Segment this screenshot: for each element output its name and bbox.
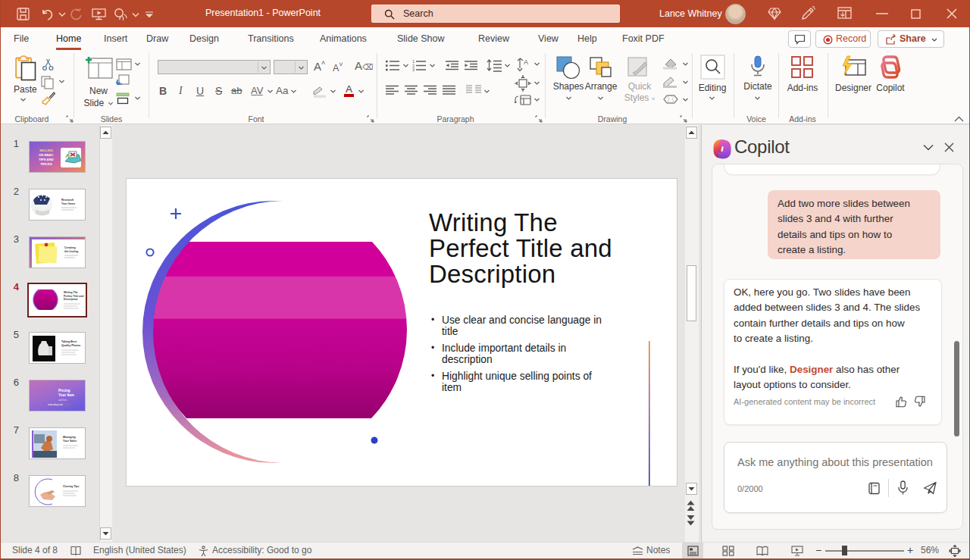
svg-text:Research: Research [61,199,74,202]
svg-text:Perfect Title and: Perfect Title and [64,295,83,298]
svg-text:3: 3 [412,67,415,71]
svg-text:Quality Photos: Quality Photos [61,344,80,347]
svg-text:Writing The: Writing The [64,291,78,294]
svg-text:Pricing: Pricing [58,389,70,393]
svg-text:Your Sales: Your Sales [63,440,77,443]
svg-text:SELLING: SELLING [39,149,53,152]
svg-text:ON EBAY:: ON EBAY: [39,153,54,157]
svg-text:TIPS AND: TIPS AND [39,158,53,161]
svg-text:Your Item: Your Item [58,393,74,397]
svg-text:Creating: Creating [64,246,76,249]
svg-text:and fees: and fees [58,399,67,402]
svg-text:Description: Description [64,298,78,301]
svg-text:Managing: Managing [63,436,76,439]
svg-text:A: A [524,58,528,66]
svg-text:www.ebay.com: www.ebay.com [48,403,63,406]
svg-text:Taking Best: Taking Best [61,340,77,343]
svg-text:Your Items: Your Items [61,202,75,205]
svg-text:Closing Tips: Closing Tips [63,485,80,488]
svg-text:TRICKS: TRICKS [40,162,52,166]
svg-text:the Listing: the Listing [64,250,78,253]
